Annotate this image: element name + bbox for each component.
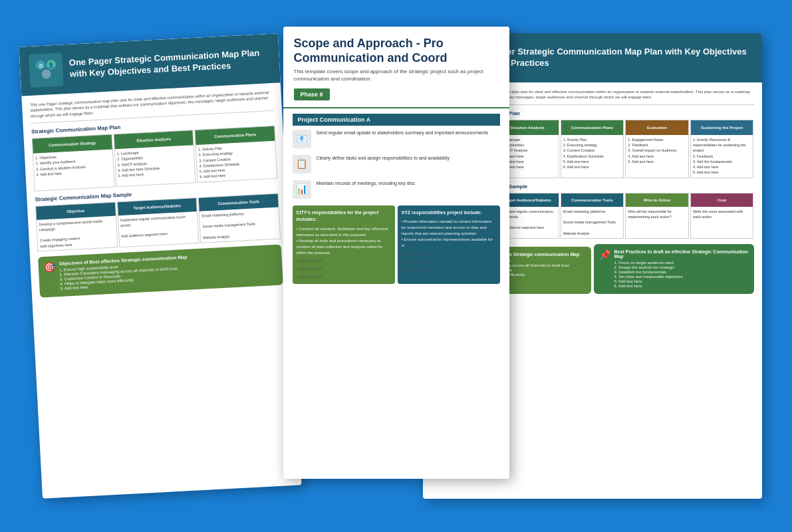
right-sample-col-4: Cost Write the costs associated with eac… — [690, 193, 754, 239]
comm-col-body-0: 1. Objectives2. Identify your Audience3.… — [33, 150, 113, 180]
scene: ⚙ 👤 One Pager Strategic Communication Ma… — [31, 13, 762, 519]
left-body: This one Pager strategic communication m… — [21, 82, 291, 305]
right-comm-col-header-3: Evaluation — [626, 120, 688, 135]
right-comm-col-body-3: 1. Engagement Rates2. Feedback3. Overall… — [626, 135, 688, 166]
sample-col-2: Communication Tools Email marketing plat… — [198, 193, 281, 243]
center-section-title: Project Communication A — [293, 114, 500, 126]
xyz-add-1: Add text here — [402, 251, 496, 257]
best-practices-box: 📌 Best Practices to draft an effective S… — [594, 244, 754, 294]
comm-item-records-text: Maintain records of meetings, including … — [317, 180, 416, 187]
svg-point-2 — [41, 69, 51, 79]
right-sample-col-2: Communication Tools Email marketing plat… — [561, 193, 624, 239]
city-resp-item-1: Conduct all research, facilitation and k… — [297, 226, 391, 238]
xyz-add-2: Add text here — [402, 259, 496, 265]
objectives-content: Objectives of Best effective Strategic c… — [59, 255, 188, 291]
comm-col-0: Communication Strategy 1. Objectives2. I… — [31, 134, 114, 192]
xyz-add-3: Add text here — [402, 267, 496, 273]
right-comm-col-body-4: 1. Activity Resources & responsibilities… — [691, 135, 753, 178]
city-resp-item-2: Develop all tools and procedures necessa… — [297, 238, 391, 256]
sample-col-body-2: Email marketing platformsSocial media ma… — [199, 207, 280, 242]
xyz-resp-title: XYZ responsibilities project include: — [402, 209, 496, 217]
svg-text:👤: 👤 — [47, 62, 55, 69]
city-resp-box: CITY's responsibilities for the project … — [293, 205, 395, 284]
city-resp-title: CITY's responsibilities for the project … — [297, 209, 391, 223]
right-sample-col-body-4: Write the costs associated with each act… — [691, 207, 753, 222]
right-comm-col-2: Communication Plans 1. Activity Plan2. E… — [561, 120, 624, 178]
comm-col-2: Communication Plans 1. Activity Plan2. E… — [194, 126, 277, 183]
bp-icon: 📌 — [599, 249, 610, 260]
city-add-1: Add text here — [297, 258, 391, 264]
right-header-title: One Pager Strategic Communication Map Pl… — [472, 47, 753, 69]
records-icon: 📊 — [293, 180, 311, 199]
bp-title: Best Practices to draft an effective Str… — [614, 249, 749, 259]
comm-item-tasks-text: Clearly define tasks and assign responsi… — [317, 155, 450, 162]
center-header: Scope and Approach - ProCommunication an… — [283, 27, 509, 108]
objectives-icon: 🎯 — [43, 261, 55, 273]
sample-col-body-1: Implement regular communication touch po… — [118, 211, 198, 241]
left-objectives-box: 🎯 Objectives of Best effective Strategic… — [38, 244, 283, 297]
left-sample-table: Objective Develop a comprehensive social… — [35, 193, 281, 251]
tasks-icon: 📋 — [293, 155, 311, 174]
card-left: ⚙ 👤 One Pager Strategic Communication Ma… — [19, 33, 301, 498]
city-add-3: Add text here — [297, 274, 391, 280]
comm-col-1: Situation Analysis 1. Landscape2. Opport… — [113, 130, 196, 187]
right-sample-col-3: Who to Action Who will be responsible fo… — [625, 193, 689, 239]
svg-text:⚙: ⚙ — [38, 63, 43, 69]
bp-content: Best Practices to draft an effective Str… — [614, 249, 749, 289]
right-sample-col-header-3: Who to Action — [626, 194, 688, 207]
comm-item-records: 📊 Maintain records of meetings, includin… — [293, 180, 500, 199]
card-center: Scope and Approach - ProCommunication an… — [283, 27, 509, 479]
sample-col-1: Target Audience/Stakeho Implement regula… — [116, 198, 199, 247]
sample-col-0: Objective Develop a comprehensive social… — [35, 201, 118, 251]
email-icon: 📧 — [293, 130, 311, 148]
comm-item-tasks: 📋 Clearly define tasks and assign respon… — [293, 155, 500, 174]
left-header-title: One Pager Strategic Communication Map Pl… — [68, 47, 270, 80]
phase-badge: Phase II — [294, 88, 330, 100]
comm-col-body-2: 1. Activity Plan2. Executing strategy3. … — [196, 141, 276, 182]
right-comm-col-header-2: Communication Plans — [561, 120, 624, 135]
right-comm-col-header-4: Sustaining the Project — [691, 120, 753, 135]
right-comm-col-body-2: 1. Activity Plan2. Executing strategy3. … — [561, 135, 624, 172]
center-main-title: Scope and Approach - ProCommunication an… — [294, 37, 499, 65]
left-header-icon: ⚙ 👤 — [29, 53, 64, 88]
right-sample-col-body-3: Who will be responsible for implementing… — [626, 207, 688, 222]
xyz-resp-item-1: Provide information needed to contact in… — [402, 219, 496, 237]
xyz-resp-item-2: Ensure subcontractor representatives ava… — [402, 237, 496, 249]
right-sample-col-header-2: Communication Tools — [561, 194, 624, 207]
right-comm-col-3: Evaluation 1. Engagement Rates2. Feedbac… — [625, 120, 689, 178]
sample-col-body-0: Develop a comprehensive social media cam… — [37, 215, 117, 251]
right-sample-col-header-4: Cost — [691, 194, 753, 207]
center-subtitle: This template covers scope and approach … — [294, 68, 499, 82]
comm-col-body-1: 1. Landscape2. Opportunities3. SWOT Anal… — [114, 145, 195, 180]
responsibilities-section: CITY's responsibilities for the project … — [293, 205, 500, 284]
comm-item-email-text: Send regular email update to stakeholder… — [317, 130, 489, 136]
center-body: Project Communication A 📧 Send regular e… — [283, 108, 509, 289]
xyz-resp-box: XYZ responsibilities project include: Pr… — [398, 205, 500, 284]
right-sample-col-body-2: Email marketing platformsSocial media ma… — [561, 207, 624, 238]
left-comm-table: Communication Strategy 1. Objectives2. I… — [31, 126, 277, 192]
comm-item-email: 📧 Send regular email update to stakehold… — [293, 130, 500, 148]
city-add-2: Add text here — [297, 266, 391, 272]
right-comm-col-4: Sustaining the Project 1. Activity Resou… — [690, 120, 754, 178]
